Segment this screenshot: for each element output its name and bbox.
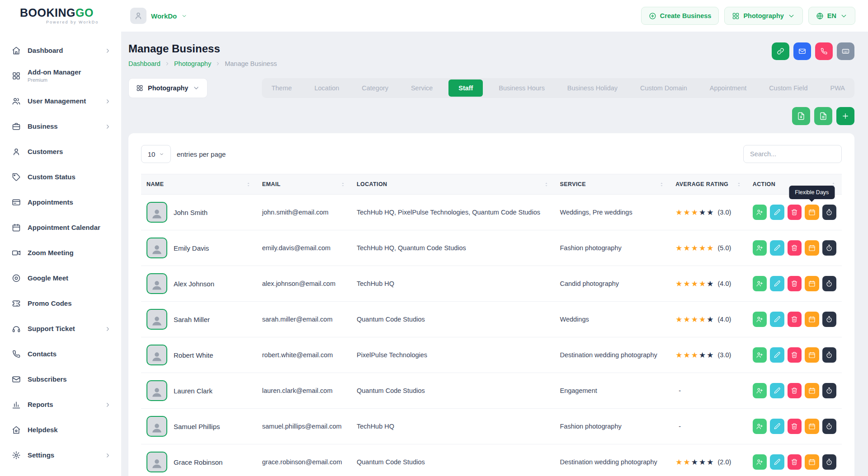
sidebar-item-appointment-calendar[interactable]: Appointment Calendar xyxy=(0,215,121,240)
plus-circle-icon xyxy=(649,12,656,20)
sidebar-item-user-management[interactable]: User Management xyxy=(0,89,121,114)
sort-icon[interactable] xyxy=(543,182,549,187)
star-empty-icon: ★ xyxy=(699,208,707,217)
column-service[interactable]: SERVICE xyxy=(560,181,586,187)
sidebar-item-customers[interactable]: Customers xyxy=(0,139,121,164)
edit-button[interactable] xyxy=(770,454,784,470)
working-hours-button[interactable] xyxy=(822,419,836,434)
delete-button[interactable] xyxy=(788,312,802,327)
entries-select[interactable]: 10 xyxy=(141,145,171,163)
sidebar-item-subscribers[interactable]: Subscribers xyxy=(0,367,121,392)
edit-button[interactable] xyxy=(770,347,784,363)
tab-service[interactable]: Service xyxy=(404,79,439,97)
tab-pwa[interactable]: PWA xyxy=(823,79,852,97)
language-selector[interactable]: EN xyxy=(808,7,855,25)
workspace-switcher[interactable]: WorkDo xyxy=(130,8,187,24)
staff-service: Destination wedding photography xyxy=(555,444,670,476)
link-button[interactable] xyxy=(772,42,789,60)
working-hours-button[interactable] xyxy=(822,312,836,327)
working-hours-button[interactable] xyxy=(822,205,836,220)
working-hours-button[interactable] xyxy=(822,276,836,291)
working-hours-button[interactable] xyxy=(822,347,836,363)
edit-button[interactable] xyxy=(770,419,784,434)
assign-user-button[interactable] xyxy=(753,347,767,363)
flexible-days-button[interactable] xyxy=(805,312,819,327)
edit-button[interactable] xyxy=(770,205,784,220)
sidebar-item-promo-codes[interactable]: Promo Codes xyxy=(0,291,121,316)
search-input[interactable] xyxy=(743,145,842,163)
file-button[interactable] xyxy=(814,107,832,125)
sidebar-item-appointments[interactable]: Appointments xyxy=(0,190,121,215)
flexible-days-button[interactable] xyxy=(805,240,819,256)
tab-business-holiday[interactable]: Business Holiday xyxy=(561,79,624,97)
sidebar-item-helpdesk[interactable]: Helpdesk xyxy=(0,417,121,443)
sidebar-item-contacts[interactable]: Contacts xyxy=(0,341,121,367)
sidebar-item-reports[interactable]: Reports xyxy=(0,392,121,417)
flexible-days-button[interactable] xyxy=(805,454,819,470)
working-hours-button[interactable] xyxy=(822,383,836,398)
delete-button[interactable] xyxy=(788,347,802,363)
assign-user-button[interactable] xyxy=(753,276,767,291)
email-button[interactable] xyxy=(793,42,811,60)
column-location[interactable]: LOCATION xyxy=(357,181,387,187)
sidebar-item-custom-status[interactable]: Custom Status xyxy=(0,164,121,190)
sidebar-item-google-meet[interactable]: Google Meet xyxy=(0,266,121,291)
tab-location[interactable]: Location xyxy=(307,79,346,97)
working-hours-button[interactable] xyxy=(822,240,836,256)
delete-button[interactable] xyxy=(788,205,802,220)
breadcrumb-dashboard[interactable]: Dashboard xyxy=(128,60,160,67)
column-email[interactable]: EMAIL xyxy=(262,181,281,187)
sidebar-item-settings[interactable]: Settings xyxy=(0,443,121,468)
working-hours-button[interactable] xyxy=(822,454,836,470)
sort-icon[interactable] xyxy=(659,182,665,187)
flexible-days-button[interactable] xyxy=(805,276,819,291)
breadcrumb-photography[interactable]: Photography xyxy=(174,60,211,67)
sort-icon[interactable] xyxy=(340,182,346,187)
assign-user-button[interactable] xyxy=(753,312,767,327)
sidebar-item-dashboard[interactable]: Dashboard xyxy=(0,38,121,63)
edit-button[interactable] xyxy=(770,383,784,398)
column-average-rating[interactable]: AVERAGE RATING xyxy=(675,181,728,187)
sort-icon[interactable] xyxy=(245,182,251,187)
delete-button[interactable] xyxy=(788,419,802,434)
business-selector-dropdown[interactable]: Photography xyxy=(724,7,802,25)
delete-button[interactable] xyxy=(788,454,802,470)
workspace-name: WorkDo xyxy=(151,12,177,20)
delete-button[interactable] xyxy=(788,276,802,291)
assign-user-button[interactable] xyxy=(753,419,767,434)
tab-appointment[interactable]: Appointment xyxy=(703,79,753,97)
create-business-button[interactable]: Create Business xyxy=(641,7,719,25)
column-name[interactable]: NAME xyxy=(146,181,164,187)
tab-custom-domain[interactable]: Custom Domain xyxy=(633,79,694,97)
flexible-days-button[interactable] xyxy=(805,347,819,363)
tab-theme[interactable]: Theme xyxy=(264,79,298,97)
edit-button[interactable] xyxy=(770,276,784,291)
export-button[interactable] xyxy=(792,107,810,125)
add-staff-button[interactable] xyxy=(836,107,854,125)
delete-button[interactable] xyxy=(788,240,802,256)
sidebar-item-business[interactable]: Business xyxy=(0,114,121,139)
sidebar-item-zoom-meeting[interactable]: Zoom Meeting xyxy=(0,240,121,266)
assign-user-button[interactable] xyxy=(753,383,767,398)
assign-user-button[interactable] xyxy=(753,454,767,470)
business-filter-dropdown[interactable]: Photography xyxy=(128,78,208,98)
tab-business-hours[interactable]: Business Hours xyxy=(492,79,552,97)
edit-button[interactable] xyxy=(770,240,784,256)
flexible-days-button[interactable] xyxy=(805,419,819,434)
sidebar-item-addon-manager[interactable]: Add-on ManagerPremium xyxy=(0,63,121,89)
sort-icon[interactable] xyxy=(736,182,742,187)
sidebar-item-support-ticket[interactable]: Support Ticket xyxy=(0,316,121,341)
flexible-days-button[interactable] xyxy=(805,383,819,398)
delete-button[interactable] xyxy=(788,383,802,398)
brand-logo[interactable]: BOOKINGGO Powered by WorkDo xyxy=(20,7,121,24)
assign-user-button[interactable] xyxy=(753,240,767,256)
flexible-days-button[interactable]: Flexible Days xyxy=(805,205,819,220)
call-button[interactable] xyxy=(815,42,833,60)
tab-category[interactable]: Category xyxy=(355,79,395,97)
edit-button[interactable] xyxy=(770,312,784,327)
video-icon xyxy=(12,248,21,257)
keyboard-button[interactable] xyxy=(837,42,854,60)
tab-staff[interactable]: Staff xyxy=(448,79,483,97)
tab-custom-field[interactable]: Custom Field xyxy=(762,79,814,97)
assign-user-button[interactable] xyxy=(753,205,767,220)
